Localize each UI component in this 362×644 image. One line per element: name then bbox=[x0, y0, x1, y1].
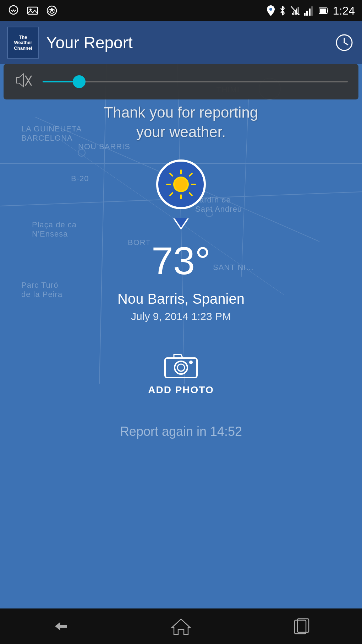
center-content: Thank you for reportingyour weather. bbox=[0, 103, 362, 439]
svg-point-43 bbox=[175, 361, 187, 374]
svg-point-8 bbox=[269, 8, 272, 11]
report-again-text: Report again in 14:52 bbox=[120, 424, 242, 439]
status-bar: 1:24 bbox=[0, 0, 362, 21]
gallery-icon bbox=[26, 4, 39, 17]
nav-bar bbox=[0, 608, 362, 644]
svg-point-45 bbox=[189, 361, 193, 364]
datetime: July 9, 2014 1:23 PM bbox=[131, 310, 231, 323]
svg-line-39 bbox=[170, 193, 172, 195]
app-logo: The Weather Channel bbox=[7, 27, 39, 59]
add-photo-label: ADD PHOTO bbox=[148, 384, 214, 396]
mute-icon bbox=[14, 72, 32, 91]
svg-line-19 bbox=[344, 43, 348, 45]
weather-pin bbox=[156, 159, 206, 220]
nav-home-button[interactable] bbox=[167, 616, 195, 637]
volume-slider-track[interactable] bbox=[43, 81, 348, 82]
svg-rect-16 bbox=[327, 10, 328, 12]
pin-circle bbox=[156, 159, 206, 209]
volume-slider-thumb[interactable] bbox=[73, 75, 86, 88]
messenger-icon bbox=[7, 4, 20, 17]
svg-rect-13 bbox=[311, 6, 313, 16]
camera-icon bbox=[163, 351, 199, 379]
volume-overlay bbox=[4, 64, 358, 99]
status-time: 1:24 bbox=[333, 4, 355, 17]
soccer-icon bbox=[45, 4, 58, 17]
nav-back-button[interactable] bbox=[46, 616, 75, 637]
svg-rect-46 bbox=[295, 620, 306, 634]
main-content: NOU BARRIS LA GUINEUETABARCELONA B-20 TH… bbox=[0, 64, 362, 608]
status-right-icons: 1:24 bbox=[267, 4, 355, 17]
svg-line-38 bbox=[190, 173, 192, 176]
app-logo-text: The Weather Channel bbox=[14, 34, 32, 51]
svg-rect-12 bbox=[309, 9, 311, 16]
svg-line-36 bbox=[170, 173, 172, 176]
nav-recents-button[interactable] bbox=[287, 616, 316, 637]
sun-icon bbox=[165, 168, 197, 200]
svg-rect-11 bbox=[306, 11, 308, 16]
svg-point-44 bbox=[177, 364, 185, 371]
svg-line-37 bbox=[190, 193, 192, 195]
location-name: Nou Barris, Spanien bbox=[117, 291, 245, 307]
svg-rect-15 bbox=[320, 9, 326, 13]
pin-tail-inner bbox=[175, 218, 187, 228]
status-left-icons bbox=[7, 4, 58, 17]
app-title: Your Report bbox=[46, 33, 334, 52]
app-bar: The Weather Channel Your Report bbox=[0, 21, 362, 64]
svg-rect-10 bbox=[304, 13, 306, 16]
history-icon[interactable] bbox=[334, 32, 355, 53]
thank-you-text: Thank you for reportingyour weather. bbox=[104, 103, 258, 142]
temperature: 73° bbox=[152, 241, 210, 280]
svg-point-41 bbox=[175, 178, 187, 191]
svg-rect-47 bbox=[297, 619, 309, 632]
svg-marker-7 bbox=[50, 11, 54, 14]
add-photo-button[interactable]: ADD PHOTO bbox=[148, 351, 214, 396]
